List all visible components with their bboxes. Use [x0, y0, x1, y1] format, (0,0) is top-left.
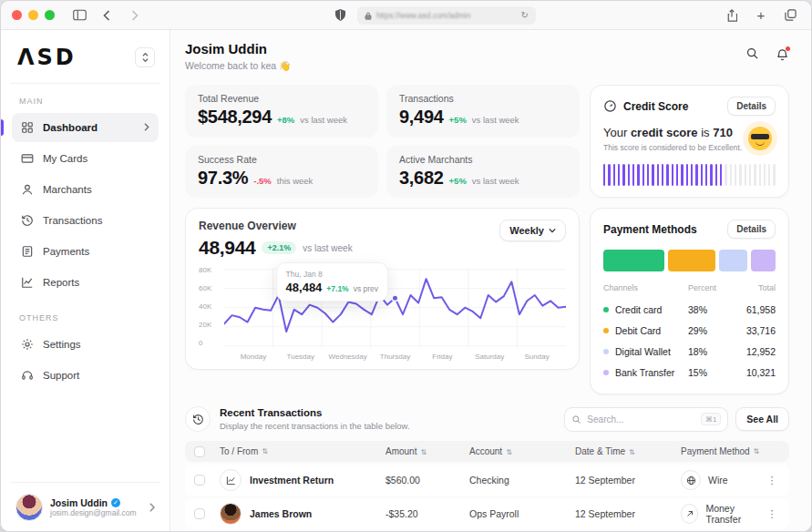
credit-score-bar	[622, 164, 624, 186]
row-menu-icon[interactable]: ⋮	[764, 475, 780, 486]
credit-details-button[interactable]: Details	[727, 97, 776, 116]
credit-score-bar	[681, 164, 683, 186]
sort-icon[interactable]: ⇅	[629, 448, 635, 456]
notifications-bell-icon[interactable]	[776, 48, 789, 62]
divider	[10, 482, 160, 483]
sidebar-item-payments[interactable]: Payments	[12, 237, 159, 266]
sort-icon[interactable]: ⇅	[262, 447, 268, 455]
close-window-button[interactable]	[12, 10, 22, 20]
channel-name: Digital Wallet	[615, 346, 671, 357]
table-row-james-brown[interactable]: James Brown -$35.20 Ops Payroll 12 Septe…	[185, 498, 789, 529]
headset-icon	[21, 369, 34, 382]
forward-button[interactable]	[124, 5, 144, 26]
revenue-delta-badge: +2.1%	[262, 241, 296, 254]
credit-score-bar	[618, 164, 620, 186]
sort-icon[interactable]: ⇅	[754, 447, 760, 455]
sidebar-item-reports[interactable]: Reports	[12, 268, 159, 297]
channel-dot	[603, 328, 609, 333]
sidebar-toggle-icon[interactable]	[69, 5, 89, 26]
sidebar-item-my-cards[interactable]: My Cards	[12, 144, 159, 173]
credit-score-bar	[749, 164, 751, 186]
credit-score-bar	[695, 164, 697, 186]
credit-score-bar	[725, 164, 726, 186]
sidebar-item-transactions[interactable]: Transactions	[12, 206, 159, 235]
credit-score-bar	[745, 164, 746, 186]
sidebar-item-label: Transactions	[43, 215, 102, 226]
url-bar[interactable]: https://www.asd.com/admin ↻	[357, 6, 536, 25]
row-checkbox[interactable]	[194, 508, 205, 519]
credit-score-bar	[666, 164, 668, 186]
share-icon[interactable]	[722, 5, 742, 26]
fullscreen-window-button[interactable]	[45, 10, 55, 20]
range-select-button[interactable]: Weekly	[499, 220, 566, 241]
workspace-switcher-button[interactable]	[135, 47, 155, 67]
stat-value: $548,294	[198, 107, 272, 128]
row-menu-icon[interactable]: ⋮	[764, 508, 780, 520]
sidebar-item-support[interactable]: Support	[12, 361, 159, 390]
transaction-name: James Brown	[250, 508, 312, 519]
select-all-checkbox[interactable]	[194, 446, 205, 457]
sidebar: ΛSD MAIN Dashboard My Car	[1, 30, 170, 532]
minimize-window-button[interactable]	[28, 10, 38, 20]
pm-col-total: Total	[735, 283, 776, 292]
col-account[interactable]: Account⇅	[469, 446, 575, 456]
sort-icon[interactable]: ⇅	[420, 448, 427, 456]
sidebar-item-label: Support	[43, 370, 79, 381]
chart-tooltip: Thu, Jan 8 48,484 +7.1% vs prev	[276, 262, 389, 302]
sort-icon[interactable]: ⇅	[506, 448, 512, 456]
stat-label: Transactions	[399, 93, 567, 104]
sidebar-item-settings[interactable]: Settings	[12, 330, 159, 359]
revenue-value: 48,944	[199, 237, 255, 259]
reload-icon[interactable]: ↻	[521, 10, 529, 20]
credit-score-bar	[632, 164, 634, 186]
x-axis-label: Monday	[230, 353, 277, 361]
pm-row-bank-transfer: Bank Transfer 15% 10,321	[603, 362, 776, 383]
row-checkbox[interactable]	[194, 475, 205, 486]
x-axis-label: Tuesday	[277, 353, 324, 361]
col-amount[interactable]: Amount⇅	[385, 446, 469, 456]
stat-delta-note: this week	[277, 176, 313, 186]
credit-score-note: This score is considered to be Excellent…	[603, 143, 742, 152]
transaction-date: 12 September	[575, 508, 681, 519]
credit-score-sentence: Your credit score is 710	[603, 126, 742, 139]
credit-score-bar	[608, 164, 610, 186]
user-profile[interactable]: Josim Uddin ✓ josim.design@gmail.com	[12, 492, 159, 523]
see-all-button[interactable]: See All	[735, 407, 789, 431]
credit-score-bar	[647, 164, 649, 186]
page-title: Josim Uddin	[185, 41, 291, 56]
stat-value: 97.3%	[198, 168, 248, 189]
table-row-investment-return[interactable]: Investment Return $560.00 Checking 12 Se…	[185, 465, 789, 496]
credit-score-bar	[715, 164, 717, 186]
credit-score-bar	[705, 164, 707, 186]
new-tab-icon[interactable]: +	[751, 5, 771, 26]
credit-score-card: Credit Score Details Your credit score i…	[590, 85, 789, 198]
stat-card-total-revenue: Total Revenue $548,294 +8% vs last week	[185, 85, 378, 138]
payment-details-button[interactable]: Details	[727, 220, 776, 239]
stat-card-success-rate: Success Rate 97.3% -.5% this week	[185, 146, 378, 199]
shield-icon[interactable]	[330, 5, 350, 26]
credit-score-bar	[657, 164, 659, 186]
transactions-table: To / From⇅ Amount⇅ Account⇅ Date & Time⇅…	[185, 441, 789, 532]
main-content: Josim Uddin Welcome back to kea 👋	[170, 30, 811, 532]
sidebar-item-label: Dashboard	[43, 122, 98, 133]
transaction-amount: $560.00	[385, 475, 469, 486]
sidebar-item-label: Settings	[43, 339, 81, 350]
globe-icon	[681, 470, 701, 490]
stat-value: 3,682	[399, 168, 444, 189]
search-input[interactable]	[587, 414, 695, 425]
back-button[interactable]	[97, 5, 117, 26]
transaction-method: Wire	[708, 475, 728, 486]
col-to-from[interactable]: To / From⇅	[220, 446, 385, 456]
x-axis-labels: MondayTuesdayWednesdayThursdayFridaySatu…	[224, 349, 566, 363]
col-date-time[interactable]: Date & Time⇅	[575, 446, 681, 456]
sidebar-item-dashboard[interactable]: Dashboard	[12, 113, 159, 142]
avatar	[15, 494, 43, 521]
dashboard-icon	[21, 121, 34, 134]
tab-overview-icon[interactable]	[780, 5, 800, 26]
col-payment-method[interactable]: Payment Method⇅	[681, 446, 764, 456]
search-icon[interactable]	[745, 46, 759, 64]
tooltip-delta: +7.1%	[326, 284, 348, 293]
sidebar-item-marchants[interactable]: Marchants	[12, 175, 159, 204]
transactions-search[interactable]: ⌘1	[564, 407, 728, 432]
revenue-title: Revenue Overview	[199, 220, 353, 232]
